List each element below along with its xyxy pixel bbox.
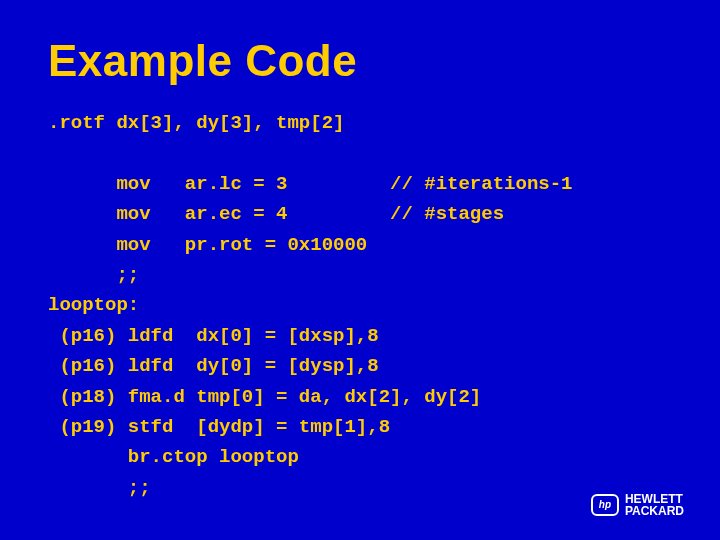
code-block: .rotf dx[3], dy[3], tmp[2] mov ar.lc = 3… xyxy=(48,108,672,503)
hp-logo-line2: PACKARD xyxy=(625,505,684,518)
slide-title: Example Code xyxy=(48,36,672,86)
hp-logo: hp HEWLETT PACKARD xyxy=(591,493,684,518)
hp-logo-mark: hp xyxy=(591,494,619,516)
